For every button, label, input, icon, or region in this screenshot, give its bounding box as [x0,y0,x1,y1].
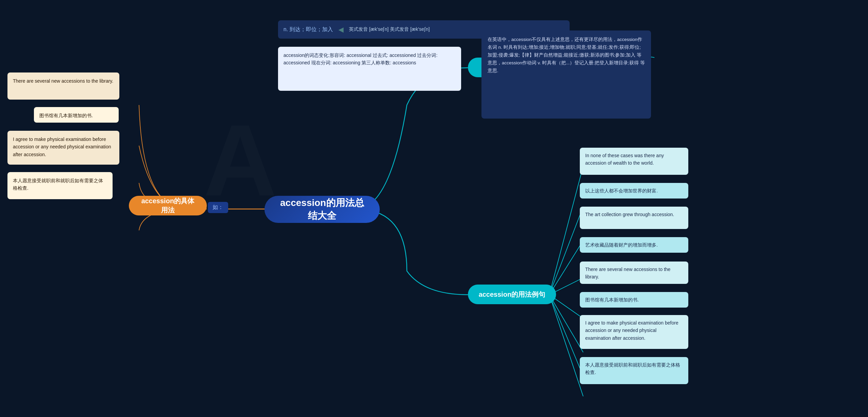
specific-example-1: There are several new accessions to the … [7,72,119,100]
specific-usage-node: accession的具体用法 [129,196,207,215]
connector-label: 如： [208,202,228,213]
svg-line-1 [549,207,583,295]
svg-line-7 [549,295,583,396]
pronunciation-detail: 英式发音 [æk'seʃn] 美式发音 [æk'seʃn] [349,26,430,33]
specific-example-cn-1: 图书馆有几本新增加的书. [34,107,119,123]
specific-example-cn-2: 本人愿意接受就职前和就职后如有需要之体格检查. [7,172,113,199]
example-sentences-node: accession的用法例句 [468,285,556,304]
specific-example-2: I agree to make physical examination bef… [7,131,119,165]
central-node: accession的用法总结大全 [264,196,380,223]
sentence-2-cn: 艺术收藏品随着财产的增加而增多. [580,237,688,253]
word-forms-box: accession的词态变化:形容词: accessional 过去式: acc… [278,47,461,91]
sentence-4-cn: 本人愿意接受就职前和就职后如有需要之体格检查. [580,357,688,384]
sentence-1-cn: 以上这些人都不会增加世界的财富. [580,183,688,199]
detailed-meaning-box: 在英语中，accession不仅具有上述意思，还有更详尽的用法，accessio… [481,30,651,119]
svg-line-6 [549,295,583,376]
sentence-4-en: I agree to make physical examination bef… [580,315,688,349]
sentence-3-en: There are several new accessions to the … [580,262,688,284]
sentence-3-cn: 图书馆有几本新增加的书. [580,292,688,308]
svg-line-5 [549,295,583,352]
pronunciation-main: n. 到达；即位；加入 [283,26,333,33]
sentence-1-en: In none of these cases was there any acc… [580,148,688,175]
svg-line-2 [549,241,583,295]
svg-line-0 [549,166,583,295]
sentence-2-en: The art collection grew through accessio… [580,207,688,229]
